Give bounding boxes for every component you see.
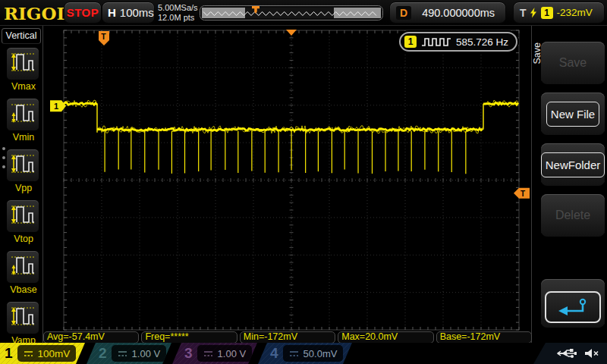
rigol-logo: RIGOL (4, 3, 69, 24)
channel-status-bar: 1 100mV 2 1.00 V 3 1.00 V 4 (0, 343, 607, 364)
measure-item-vmin[interactable]: Vmin (6, 98, 41, 143)
trigger-label: T (520, 7, 527, 19)
frequency-counter-badge: 1 585.726 Hz (399, 32, 517, 52)
trigger-source-badge: 1 (541, 7, 553, 19)
scroll-indicator-dot (2, 156, 5, 159)
measurement-results-bar: Avg=-57.4mV Freq=***** Min=-172mV Max=20… (43, 331, 532, 344)
back-button[interactable] (541, 279, 605, 328)
channel-2-number: 2 (99, 345, 107, 362)
delete-button[interactable]: Delete (541, 194, 605, 237)
vmax-pulse-icon (9, 49, 36, 78)
delay-value: 490.000000ms (422, 7, 495, 19)
vbase-pulse-icon (9, 253, 36, 281)
dc-coupling-icon (118, 350, 127, 358)
waveform-display-area: 1TT 1 585.726 Hz (43, 26, 531, 343)
vtop-label: Vtop (6, 234, 41, 244)
channel-2-tab[interactable]: 2 1.00 V (86, 343, 171, 364)
channel-3-tab[interactable]: 3 1.00 V (172, 343, 257, 364)
timebase-label: H (108, 6, 116, 19)
measure-item-vpp[interactable]: Vpp (6, 149, 41, 193)
memory-depth: 12.0M pts (158, 13, 198, 23)
vmax-label: Vmax (6, 81, 41, 92)
channel-1-number: 1 (5, 345, 13, 362)
save-button-label: Save (559, 56, 587, 70)
vmin-label: Vmin (6, 132, 41, 143)
new-file-button-label: New File (546, 102, 599, 127)
svg-text:1: 1 (54, 102, 58, 111)
scroll-indicator-dot (2, 165, 5, 168)
return-arrow-icon (556, 297, 590, 317)
measurement-freq: Freq=***** (141, 331, 237, 344)
measurement-avg: Avg=-57.4mV (43, 331, 139, 344)
delay-label: D (396, 6, 411, 20)
measure-item-vamp[interactable]: Vamp (6, 301, 41, 346)
vamp-pulse-icon (9, 303, 36, 332)
dc-coupling-icon (203, 350, 213, 358)
speaker-muted-icon (584, 348, 599, 359)
measure-item-vtop[interactable]: Vtop (6, 199, 41, 244)
delete-button-label: Delete (555, 209, 590, 222)
sample-rate: 5.00MSa/s (158, 3, 198, 13)
channel-2-scale: 1.00 V (132, 348, 161, 359)
vpp-label: Vpp (6, 183, 41, 193)
acquisition-readout: 5.00MSa/s 12.0M pts (158, 3, 198, 23)
delay-readout[interactable]: D 490.000000ms (389, 2, 506, 24)
channel-3-number: 3 (184, 345, 193, 362)
channel-1-scale: 100mV (38, 348, 71, 359)
scroll-indicator-dot (2, 147, 5, 150)
channel-4-number: 4 (270, 345, 278, 362)
new-folder-button-label: NewFolder (541, 152, 605, 177)
measurement-base: Base=-172mV (436, 331, 532, 344)
dc-coupling-icon (24, 350, 33, 358)
new-file-button[interactable]: New File (541, 93, 605, 135)
channel-3-scale: 1.00 V (218, 348, 247, 359)
run-stop-button[interactable]: STOP (64, 2, 102, 24)
trigger-level-value: -232mV (557, 7, 593, 18)
top-status-bar: RIGOL STOP H 100ms 5.00MSa/s 12.0M pts D… (0, 0, 607, 26)
usb-icon (556, 348, 577, 359)
timebase-value: 100ms (120, 6, 154, 19)
left-measure-menu: Vertical Vmax Vmin Vpp Vtop Vbase Vamp (0, 26, 43, 343)
vmin-pulse-icon (9, 100, 36, 129)
svg-text:T: T (521, 190, 525, 198)
channel-4-scale: 50.0mV (304, 348, 338, 359)
vpp-pulse-icon (9, 151, 36, 180)
measure-item-vbase[interactable]: Vbase (6, 250, 41, 295)
channel-4-tab[interactable]: 4 50.0mV (258, 343, 352, 364)
counter-value: 585.726 Hz (456, 36, 508, 48)
rising-edge-icon (530, 8, 537, 18)
horizontal-timebase-control[interactable]: H 100ms (102, 2, 155, 24)
new-folder-button[interactable]: NewFolder (541, 143, 605, 186)
channel-1-tab[interactable]: 1 100mV (0, 343, 85, 364)
measure-item-vmax[interactable]: Vmax (6, 47, 41, 92)
measurement-min: Min=-172mV (240, 331, 335, 344)
square-wave-icon (421, 36, 451, 48)
preview-waveform (200, 5, 383, 20)
counter-source-badge: 1 (404, 36, 417, 48)
right-softkey-menu: Save Save New File NewFolder Delete (531, 26, 607, 343)
measurement-max: Max=20.0mV (338, 331, 433, 344)
save-button[interactable]: Save (541, 42, 605, 84)
system-status-icons (533, 343, 607, 364)
scope-graticule-and-trace: 1TT (43, 26, 531, 343)
trigger-readout[interactable]: T 1 -232mV (513, 2, 605, 24)
left-menu-title: Vertical (2, 28, 41, 44)
run-stop-label: STOP (67, 6, 99, 19)
vtop-pulse-icon (9, 202, 36, 231)
svg-text:T: T (101, 32, 106, 41)
waveform-preview-strip[interactable] (200, 5, 383, 20)
dc-coupling-icon (289, 350, 299, 358)
vbase-label: Vbase (6, 284, 41, 295)
